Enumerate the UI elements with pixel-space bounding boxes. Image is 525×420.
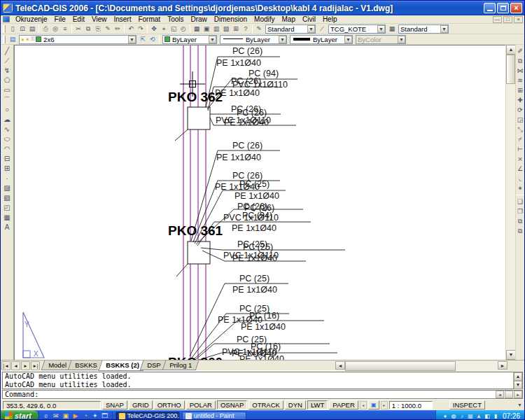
markup-icon[interactable]: ▣	[202, 24, 211, 34]
lineweight-combo[interactable]: ByLayer ▼	[290, 35, 353, 44]
color-combo[interactable]: ByLayer ▼	[162, 35, 217, 44]
gradient-icon[interactable]: ▧	[2, 193, 13, 203]
status-menu-arrow-icon[interactable]: ▼	[517, 402, 522, 407]
scroll-up-icon[interactable]: ▲	[506, 45, 516, 55]
drawing-canvas[interactable]: YX PC (26)PE 1x1Ø40PC (94)PC (26)PVC 1x1…	[14, 45, 505, 360]
table-style-combo[interactable]: Standard▼	[398, 24, 449, 34]
rotate-icon[interactable]: ⟳	[516, 105, 524, 115]
firefox-icon[interactable]: ◔	[81, 412, 90, 420]
restore-button[interactable]	[497, 3, 509, 13]
pan-icon[interactable]: ✥	[149, 24, 159, 34]
command-history[interactable]: AutoCAD menu utilities loaded.AutoCAD me…	[2, 372, 523, 389]
publish-icon[interactable]: ≡	[60, 24, 70, 34]
mdi-restore-button[interactable]: □	[503, 16, 512, 23]
zoom-realtime-icon[interactable]: ⌖	[159, 24, 169, 34]
status-minibtn-left[interactable]: ◂	[360, 401, 367, 410]
tab-prilog-1[interactable]: Prilog 1	[162, 360, 199, 370]
chevron-down-icon[interactable]: ▼	[279, 36, 286, 43]
sheet-set-manager-icon[interactable]: ▦	[192, 24, 202, 34]
toolbar-grip[interactable]	[3, 25, 6, 33]
menu-civil[interactable]: Civil	[299, 15, 319, 23]
plot-preview-icon[interactable]: ◎	[50, 24, 60, 34]
fillet-icon[interactable]: ◟	[516, 174, 524, 183]
draworder-back-icon[interactable]: ❐	[516, 206, 524, 216]
toggle-lwt[interactable]: LWT	[307, 400, 328, 410]
chevron-down-icon[interactable]: ▼	[209, 36, 216, 43]
mdi-close-button[interactable]: ×	[514, 16, 523, 23]
circle-icon[interactable]: ○	[2, 105, 13, 115]
menu-okruzenje[interactable]: Okruzenje	[12, 15, 51, 23]
help-icon[interactable]: ?	[241, 24, 251, 34]
menu-format[interactable]: Format	[134, 15, 164, 23]
chevron-down-icon[interactable]: ▼	[344, 36, 352, 43]
arc-icon[interactable]: ⌒	[2, 95, 13, 105]
minimize-button[interactable]	[484, 3, 496, 13]
match-properties-icon[interactable]: ✎	[103, 24, 113, 34]
menu-dimension[interactable]: Dimension	[211, 15, 251, 23]
draworder-under-icon[interactable]: ⧉	[516, 226, 524, 236]
redo-icon[interactable]: ↷	[136, 24, 146, 34]
insert-block-icon[interactable]: ⊟	[2, 154, 13, 164]
polyline-icon[interactable]: ↯	[2, 66, 13, 76]
designcenter-icon[interactable]: ▥	[211, 24, 221, 34]
copy-icon[interactable]: ⧉	[516, 56, 524, 66]
status-minibtn-right[interactable]: ▸	[381, 401, 388, 410]
paste-icon[interactable]: ⎘	[93, 24, 103, 34]
make-layer-current-icon[interactable]: ⇱	[138, 35, 148, 44]
command-grip[interactable]	[505, 391, 513, 398]
make-block-icon[interactable]: ⊞	[2, 164, 13, 174]
save-icon[interactable]: ▤	[27, 24, 37, 34]
chevron-down-icon[interactable]: ▼	[377, 25, 385, 33]
menu-draw[interactable]: Draw	[187, 15, 210, 23]
mdi-minimize-button[interactable]: —	[493, 16, 502, 23]
undo-icon[interactable]: ↶	[126, 24, 136, 34]
explode-icon[interactable]: ✶	[516, 183, 524, 193]
menu-edit[interactable]: Edit	[69, 15, 88, 23]
scale-icon[interactable]: ◲	[516, 115, 524, 125]
menu-file[interactable]: File	[51, 15, 69, 23]
chevron-down-icon[interactable]: ▼	[440, 25, 448, 33]
toolbar-grip[interactable]	[3, 36, 6, 43]
stretch-icon[interactable]: ⤡	[516, 125, 524, 134]
properties-icon[interactable]: ▧	[221, 24, 231, 34]
scroll-left-icon[interactable]: ◄	[335, 361, 345, 370]
qnew-icon[interactable]: ▯	[8, 24, 18, 34]
extend-icon[interactable]: ⊢	[516, 144, 524, 154]
menu-modify[interactable]: Modify	[251, 15, 278, 23]
graphics-tray-icon[interactable]: ◧	[484, 412, 491, 420]
outlook-icon[interactable]: ✉	[52, 412, 60, 420]
zoom-previous-icon[interactable]: ◴	[178, 24, 188, 34]
rectangle-icon[interactable]: ▭	[2, 85, 13, 95]
offset-icon[interactable]: ≋	[516, 76, 524, 85]
open-icon[interactable]: ⊡	[18, 24, 27, 34]
region-icon[interactable]: ◰	[2, 203, 13, 213]
command-input[interactable]: Command: ◄ ►	[2, 390, 523, 399]
toggle-osnap[interactable]: OSNAP	[217, 400, 247, 410]
menu-map[interactable]: Map	[279, 15, 299, 23]
toggle-snap[interactable]: SNAP	[102, 400, 127, 410]
table-icon[interactable]: ▦	[2, 213, 13, 223]
layer-combo[interactable]: ● ☀ ⚿ 2x6 ▼	[19, 35, 136, 44]
menu-help[interactable]: Help	[319, 15, 341, 23]
tab-bskks-2-[interactable]: BSKKS (2)	[98, 360, 146, 371]
antivirus-tray-icon[interactable]: ▲	[475, 412, 482, 420]
ellipse-arc-icon[interactable]: ◠	[2, 144, 13, 154]
revision-cloud-icon[interactable]: ☁	[2, 115, 13, 125]
start-button[interactable]: start	[1, 410, 38, 420]
toggle-grid[interactable]: GRID	[129, 400, 153, 410]
scroll-down-icon[interactable]: ▼	[514, 381, 522, 389]
zoom-window-icon[interactable]: ◱	[169, 24, 178, 34]
construction-line-icon[interactable]: ⟋	[2, 56, 13, 66]
volume-tray-icon[interactable]: ♪	[458, 412, 465, 420]
chevron-down-icon[interactable]: ▼	[307, 25, 315, 33]
array-icon[interactable]: ⊞	[516, 85, 524, 95]
next-tab-button[interactable]: ►	[21, 361, 30, 370]
scroll-up-icon[interactable]: ▲	[514, 372, 522, 381]
copy-clip-icon[interactable]: ⧉	[83, 24, 93, 34]
mirror-icon[interactable]: ⋈	[516, 66, 524, 76]
horizontal-scrollbar[interactable]: ◄ ►	[335, 361, 507, 371]
layer-properties-icon[interactable]: ▤	[8, 35, 18, 44]
quickcalc-icon[interactable]: ⊞	[231, 24, 241, 34]
msn-icon[interactable]: ✦	[91, 412, 99, 420]
command-scrollbar[interactable]: ▲ ▼	[513, 372, 522, 388]
